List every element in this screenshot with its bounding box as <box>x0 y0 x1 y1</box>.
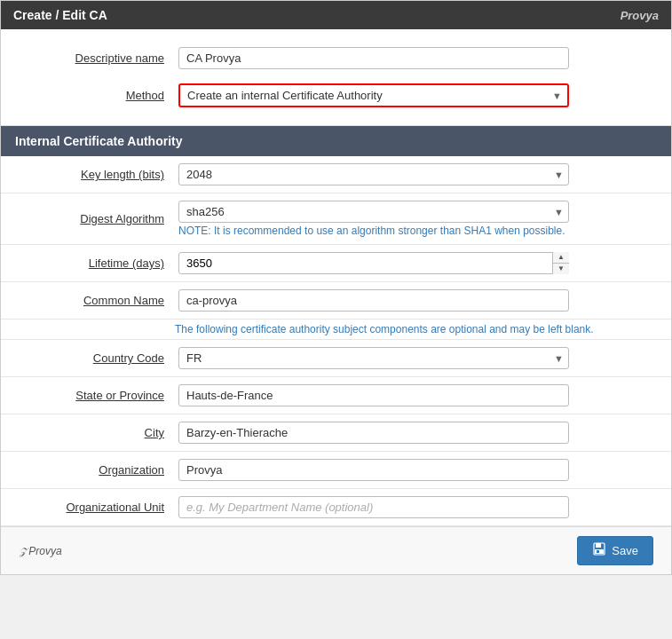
organization-input-col <box>178 459 653 481</box>
internal-ca-section-header: Internal Certificate Authority <box>1 126 671 156</box>
method-row: Method Create an internal Certificate Au… <box>1 76 671 114</box>
state-input-col <box>178 384 653 406</box>
key-length-label: Key length (bits) <box>19 168 178 181</box>
state-label: State or Province <box>19 389 178 402</box>
descriptive-name-input-col <box>178 47 653 69</box>
city-input-col <box>178 422 653 444</box>
lifetime-spinner-buttons: ▲ ▼ <box>552 252 569 274</box>
country-code-row: Country Code FR US GB DE ES IT ▼ <box>1 340 671 376</box>
page-title: Create / Edit CA <box>13 8 107 22</box>
lifetime-spinner-wrapper: ▲ ▼ <box>178 252 569 274</box>
key-length-select[interactable]: 2048 512 1024 4096 <box>178 163 569 185</box>
top-form-section: Descriptive name Method Create an intern… <box>1 29 671 126</box>
lifetime-row: Lifetime (days) ▲ ▼ <box>1 245 671 281</box>
save-icon <box>592 542 606 559</box>
digest-select[interactable]: sha256 md5 sha1 sha224 sha384 sha512 <box>178 201 569 223</box>
descriptive-name-row: Descriptive name <box>1 40 671 76</box>
common-name-row: Common Name <box>1 282 671 319</box>
organization-row: Organization <box>1 452 671 488</box>
org-unit-row: Organizational Unit <box>1 489 671 525</box>
descriptive-name-input[interactable] <box>178 47 569 69</box>
descriptive-name-label: Descriptive name <box>19 51 178 65</box>
method-select[interactable]: Create an internal Certificate Authority <box>180 85 567 106</box>
digest-note: NOTE: It is recommended to use an algori… <box>178 225 653 237</box>
key-length-select-wrapper: 2048 512 1024 4096 ▼ <box>178 163 569 185</box>
method-label: Method <box>19 89 178 102</box>
key-length-input-col: 2048 512 1024 4096 ▼ <box>178 163 653 185</box>
digest-input-col: sha256 md5 sha1 sha224 sha384 sha512 ▼ N… <box>178 201 653 237</box>
optional-note: The following certificate authority subj… <box>1 320 671 339</box>
main-window: Create / Edit CA Provya Descriptive name… <box>0 0 672 575</box>
country-code-input-col: FR US GB DE ES IT ▼ <box>178 347 653 369</box>
city-input[interactable] <box>178 422 569 444</box>
save-button[interactable]: Save <box>577 536 653 565</box>
country-code-select[interactable]: FR US GB DE ES IT <box>178 347 569 369</box>
state-row: State or Province <box>1 377 671 414</box>
brand-logo: Provya <box>621 9 659 22</box>
save-label: Save <box>612 544 638 557</box>
svg-rect-3 <box>597 550 599 553</box>
footer-brand-icon: 𝒵 <box>19 546 26 556</box>
common-name-label: Common Name <box>19 294 178 307</box>
org-unit-input[interactable] <box>178 496 569 518</box>
method-input-col: Create an internal Certificate Authority… <box>178 83 653 107</box>
country-code-select-wrapper: FR US GB DE ES IT ▼ <box>178 347 569 369</box>
digest-row: Digest Algorithm sha256 md5 sha1 sha224 … <box>1 193 671 244</box>
org-unit-label: Organizational Unit <box>19 501 178 514</box>
common-name-input[interactable] <box>178 289 569 312</box>
state-input[interactable] <box>178 384 569 406</box>
method-select-container: Create an internal Certificate Authority… <box>180 85 567 106</box>
lifetime-input[interactable] <box>178 252 569 274</box>
digest-select-wrapper: sha256 md5 sha1 sha224 sha384 sha512 ▼ <box>178 201 569 223</box>
city-row: City <box>1 414 671 451</box>
title-bar: Create / Edit CA Provya <box>1 1 671 29</box>
lifetime-increment-button[interactable]: ▲ <box>553 252 569 264</box>
lifetime-input-col: ▲ ▼ <box>178 252 653 274</box>
org-unit-input-col <box>178 496 653 518</box>
common-name-input-col <box>178 289 653 312</box>
lifetime-label: Lifetime (days) <box>19 256 178 270</box>
digest-label: Digest Algorithm <box>19 212 178 225</box>
footer: 𝒵 Provya Save <box>1 526 671 574</box>
key-length-row: Key length (bits) 2048 512 1024 4096 ▼ <box>1 156 671 193</box>
svg-rect-1 <box>596 543 601 548</box>
organization-input[interactable] <box>178 459 569 481</box>
footer-brand: 𝒵 Provya <box>19 545 62 557</box>
country-code-label: Country Code <box>19 351 178 365</box>
lifetime-decrement-button[interactable]: ▼ <box>553 264 569 274</box>
city-label: City <box>19 426 178 439</box>
method-select-wrapper: Create an internal Certificate Authority… <box>178 83 569 107</box>
organization-label: Organization <box>19 463 178 477</box>
